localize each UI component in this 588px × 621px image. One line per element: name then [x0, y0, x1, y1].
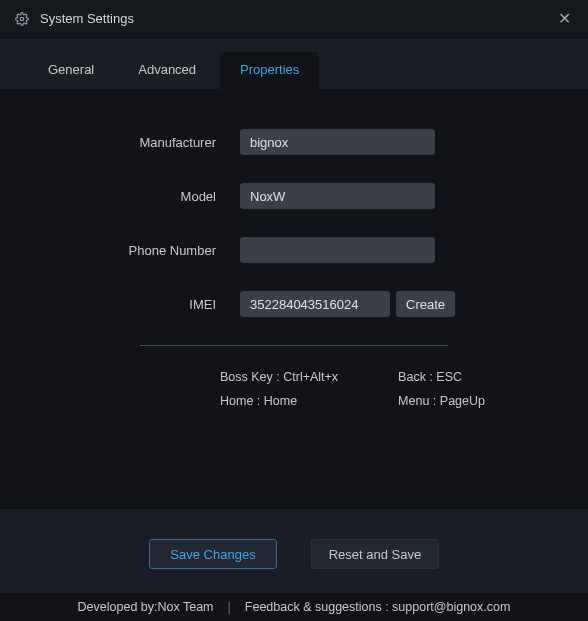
footer-feedback: Feedback & suggestions : support@bignox.…: [245, 600, 511, 614]
footer-separator: |: [228, 600, 231, 614]
input-manufacturer[interactable]: [240, 129, 435, 155]
panel-properties: Manufacturer Model Phone Number IMEI Cre…: [0, 89, 588, 509]
row-model: Model: [40, 183, 548, 209]
shortcut-back: Back : ESC: [398, 370, 485, 384]
shortcut-menu: Menu : PageUp: [398, 394, 485, 408]
label-model: Model: [40, 189, 240, 204]
svg-point-0: [20, 17, 24, 21]
titlebar: System Settings ✕: [0, 0, 588, 38]
tabs: General Advanced Properties: [0, 38, 588, 89]
create-button[interactable]: Create: [396, 291, 455, 317]
divider: [140, 345, 448, 346]
shortcut-bosskey: Boss Key : Ctrl+Alt+x: [220, 370, 338, 384]
label-imei: IMEI: [40, 297, 240, 312]
footer: Developed by:Nox Team | Feedback & sugge…: [0, 593, 588, 621]
shortcut-home: Home : Home: [220, 394, 338, 408]
shortcut-col-left: Boss Key : Ctrl+Alt+x Home : Home: [220, 370, 338, 408]
input-imei[interactable]: [240, 291, 390, 317]
row-phone: Phone Number: [40, 237, 548, 263]
window-title: System Settings: [40, 11, 554, 26]
bottom-buttons: Save Changes Reset and Save: [0, 539, 588, 593]
footer-developed: Developed by:Nox Team: [78, 600, 214, 614]
row-manufacturer: Manufacturer: [40, 129, 548, 155]
tab-advanced[interactable]: Advanced: [118, 52, 216, 89]
label-phone: Phone Number: [40, 243, 240, 258]
shortcuts: Boss Key : Ctrl+Alt+x Home : Home Back :…: [40, 370, 548, 408]
close-icon[interactable]: ✕: [554, 9, 574, 29]
tab-properties[interactable]: Properties: [220, 52, 319, 89]
row-imei: IMEI Create: [40, 291, 548, 317]
shortcut-col-right: Back : ESC Menu : PageUp: [398, 370, 485, 408]
save-button[interactable]: Save Changes: [149, 539, 277, 569]
tab-general[interactable]: General: [28, 52, 114, 89]
reset-button[interactable]: Reset and Save: [311, 539, 439, 569]
label-manufacturer: Manufacturer: [40, 135, 240, 150]
gear-icon: [14, 11, 30, 27]
input-model[interactable]: [240, 183, 435, 209]
input-phone[interactable]: [240, 237, 435, 263]
